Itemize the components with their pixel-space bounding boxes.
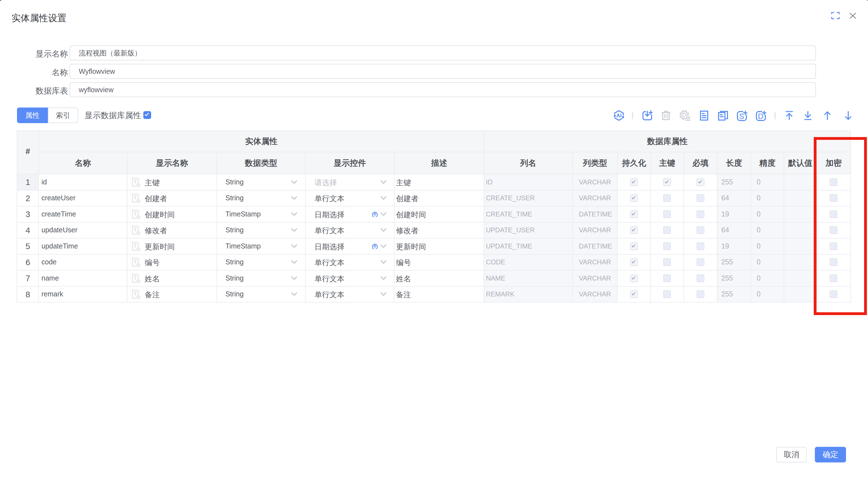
svg-text:AI: AI	[616, 113, 622, 118]
svg-text:D: D	[758, 112, 763, 121]
svg-text:S: S	[739, 112, 744, 121]
